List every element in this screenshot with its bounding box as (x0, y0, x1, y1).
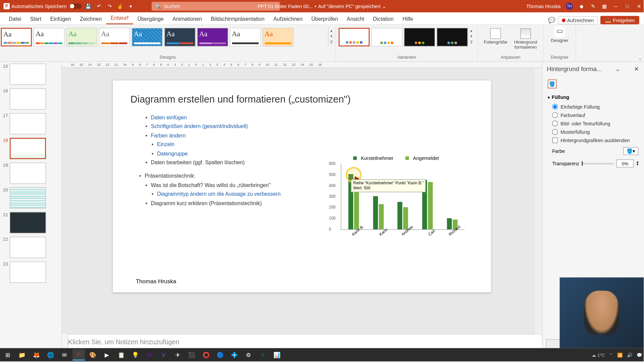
tab-einfuegen[interactable]: Einfügen (46, 14, 75, 24)
slide-thumbnail[interactable]: 16 (2, 88, 60, 110)
app-icon[interactable]: V (157, 349, 170, 360)
design-theme-6[interactable]: Aa (164, 28, 195, 46)
bar-chart[interactable]: Kursteilnehmer Angemeldet 0 100 200 300 … (328, 156, 465, 248)
settings-icon[interactable]: ⚙ (242, 349, 255, 360)
bullet-item[interactable]: Daten einfügen (146, 113, 474, 122)
picture-fill-radio[interactable]: Bild- oder Texturfüllung (548, 119, 638, 128)
design-theme-9[interactable]: Aa (262, 28, 293, 46)
vertical-scrollbar[interactable] (535, 68, 542, 334)
minimize-icon[interactable]: ─ (613, 3, 619, 9)
slide-thumbnail[interactable]: 22 (2, 237, 60, 258)
designs-gallery-expand[interactable]: ▴▾⊽ (328, 26, 335, 46)
tab-ansicht[interactable]: Ansicht (342, 14, 369, 24)
design-theme-7[interactable]: Aa (197, 28, 228, 46)
variant-1[interactable] (339, 28, 370, 46)
bullet-item[interactable]: Schriftgrößen ändern (gesamt/individuell… (146, 122, 474, 131)
slide-title[interactable]: Diagramm erstellen und formatieren („cus… (130, 94, 474, 105)
outlook-icon[interactable]: ✉ (58, 349, 71, 360)
touch-mode-icon[interactable]: ☝ (117, 3, 123, 9)
designer-button[interactable]: ▭Designer (546, 26, 573, 43)
chrome-icon[interactable]: 🌐 (44, 349, 57, 360)
maximize-icon[interactable]: □ (624, 3, 630, 9)
slide-thumbnail[interactable]: 17 (2, 113, 60, 134)
tab-dictation[interactable]: Dictation (369, 14, 398, 24)
tab-entwurf[interactable]: Entwurf (106, 13, 133, 24)
volume-icon[interactable]: 🔊 (627, 352, 632, 357)
file-explorer-icon[interactable]: 📁 (16, 349, 28, 360)
tray-expand-icon[interactable]: ⌃ (609, 352, 613, 357)
app-icon[interactable]: ⬛ (186, 349, 198, 360)
variant-3[interactable] (404, 28, 435, 46)
comments-icon[interactable]: 💬 (548, 17, 555, 23)
tab-datei[interactable]: Datei (4, 14, 25, 24)
telegram-icon[interactable]: ✈ (171, 349, 184, 360)
app-icon[interactable]: 🎨 (87, 349, 99, 360)
save-icon[interactable]: 💾 (85, 3, 91, 9)
fill-bucket-icon[interactable]: 🪣 (548, 79, 556, 88)
pane-dropdown-icon[interactable]: ⌄ (615, 65, 621, 72)
tab-bildschirmpraesentation[interactable]: Bildschirmpräsentation (206, 14, 269, 24)
document-name[interactable]: PPT 01 Roter Faden 00... (258, 4, 313, 9)
hide-bg-graphics-checkbox[interactable]: Hintergrundgrafiken ausblenden (548, 136, 638, 144)
color-picker-button[interactable]: 🪣▾ (623, 147, 638, 155)
tab-aufzeichnen[interactable]: Aufzeichnen (269, 14, 307, 24)
tab-zeichnen[interactable]: Zeichnen (75, 14, 106, 24)
tab-ueberpruefen[interactable]: Überprüfen (307, 14, 342, 24)
app-icon[interactable]: 🔵 (214, 349, 226, 360)
app-icon[interactable]: 📊 (271, 349, 283, 360)
design-theme-4[interactable]: Aa (99, 28, 130, 46)
calendar-icon[interactable]: ▦ (601, 3, 607, 9)
user-name[interactable]: Thomas Hruska (526, 4, 560, 9)
bullet-item[interactable]: Einzeln (152, 140, 474, 149)
slide-thumbnail-active[interactable]: 18 (2, 138, 60, 159)
undo-icon[interactable]: ↶ (96, 3, 102, 9)
weather-widget[interactable]: ☁ 1°C (592, 352, 605, 357)
tab-animationen[interactable]: Animationen (168, 14, 206, 24)
slide-thumbnail-panel[interactable]: 15 16 17 18 19 20 21 22 23 (0, 62, 62, 353)
firefox-icon[interactable]: 🦊 (30, 349, 43, 360)
qat-dropdown-icon[interactable]: ▾ (128, 3, 134, 9)
record-button[interactable]: Aufzeichnen (558, 16, 598, 24)
variant-4[interactable] (437, 28, 468, 46)
autosave-toggle[interactable] (69, 4, 82, 9)
design-theme-8[interactable]: Aa (230, 28, 261, 46)
slide-thumbnail[interactable]: 21 (2, 212, 60, 233)
notifications-icon[interactable]: 💬 (637, 352, 642, 357)
slide-thumbnail[interactable]: 20 (2, 187, 60, 208)
onenote-icon[interactable]: N (143, 349, 156, 360)
slide-thumbnail[interactable]: 15 (2, 64, 60, 85)
slide-thumbnail[interactable]: 19 (2, 163, 60, 184)
slide-canvas[interactable]: Diagramm erstellen und formatieren („cus… (113, 80, 491, 293)
bullet-item[interactable]: Farben ändern (146, 131, 474, 140)
gradient-fill-radio[interactable]: Farbverlauf (548, 111, 638, 119)
slide-author[interactable]: Thomas Hruska (136, 278, 176, 285)
diamond-icon[interactable]: ◆ (578, 3, 584, 9)
design-theme-3[interactable]: Aa (66, 28, 97, 46)
app-icon[interactable]: 💠 (228, 349, 240, 360)
slide-thumbnail[interactable]: 23 (2, 261, 60, 283)
pane-close-icon[interactable]: ✕ (634, 65, 639, 72)
foliengroesse-button[interactable]: Foliengröße (482, 28, 509, 49)
start-button[interactable]: ⊞ (2, 349, 14, 360)
doc-dropdown-icon[interactable]: ⌄ (382, 3, 386, 9)
tab-uebergaenge[interactable]: Übergänge (133, 14, 168, 24)
close-icon[interactable]: ✕ (636, 3, 642, 9)
hintergrund-formatieren-button[interactable]: Hintergrund formatieren (513, 28, 539, 49)
vlc-icon[interactable]: ▶ (101, 349, 113, 360)
tab-hilfe[interactable]: Hilfe (398, 14, 418, 24)
variant-2[interactable] (371, 28, 402, 46)
design-theme-2[interactable]: Aa (34, 28, 64, 46)
tab-start[interactable]: Start (25, 14, 46, 24)
wifi-icon[interactable]: 📶 (617, 352, 623, 357)
app-icon[interactable]: 📋 (115, 349, 127, 360)
pen-icon[interactable]: ✎ (590, 3, 596, 9)
app-icon[interactable]: 💡 (129, 349, 142, 360)
horizontal-ruler[interactable]: 1615141312111098765432101234567891011121… (62, 62, 542, 68)
transparency-slider[interactable] (582, 163, 613, 164)
pattern-fill-radio[interactable]: Musterfüllung (548, 128, 638, 136)
powerpoint-taskbar-icon[interactable]: P (72, 349, 85, 360)
share-button[interactable]: 📤Freigeben (600, 16, 639, 24)
solid-fill-radio[interactable]: Einfarbige Füllung (548, 103, 638, 111)
app-icon[interactable]: ⭕ (200, 349, 212, 360)
design-theme-1[interactable]: Aa (1, 28, 32, 46)
